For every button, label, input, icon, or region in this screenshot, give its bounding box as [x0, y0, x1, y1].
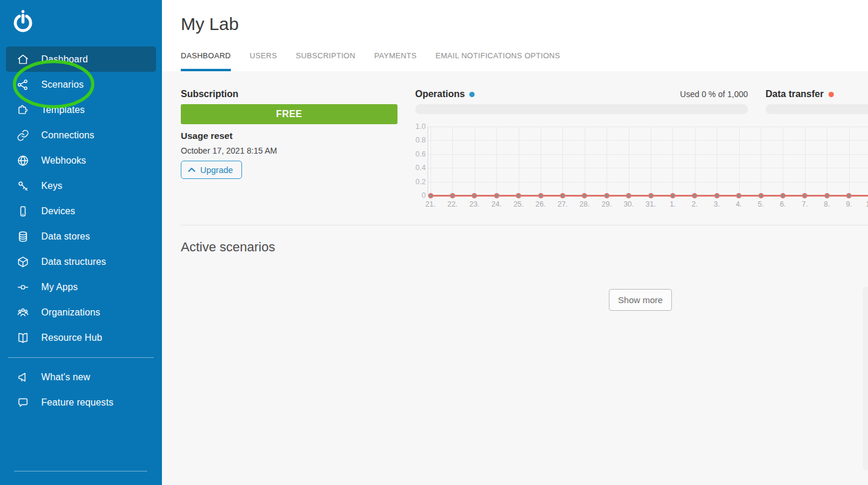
- sidebar-item-data-structures[interactable]: Data structures: [6, 249, 156, 274]
- sidebar-divider: [8, 357, 154, 358]
- chart-x-tick-label: 27.: [552, 200, 572, 208]
- home-icon: [16, 53, 29, 66]
- sidebar-item-scenarios[interactable]: Scenarios: [6, 72, 156, 97]
- page-header: My Lab DASHBOARDUSERSSUBSCRIPTIONPAYMENT…: [162, 0, 868, 71]
- operations-heading: Operations: [415, 89, 465, 99]
- sidebar-item-connections[interactable]: Connections: [6, 122, 156, 148]
- tab-dashboard[interactable]: DASHBOARD: [181, 47, 231, 71]
- sidebar-menu: DashboardScenariosTemplatesConnectionsWe…: [0, 46, 162, 415]
- sidebar-item-label: Connections: [41, 130, 94, 141]
- chart-gridline-v: [541, 127, 541, 195]
- chart-y-tick-label: 1.0: [415, 122, 426, 131]
- upgrade-button[interactable]: Upgrade: [181, 161, 242, 179]
- usage-reset-value: October 17, 2021 8:15 AM: [181, 146, 277, 155]
- scenarios-icon: [16, 78, 29, 91]
- sidebar-item-label: Templates: [41, 105, 85, 115]
- chart-data-point: [824, 193, 830, 198]
- operations-usage-chart: 1.00.80.60.40.2021.22.23.24.25.26.27.28.…: [415, 119, 868, 214]
- chart-x-tick-label: 2.: [685, 200, 705, 208]
- sidebar-item-label: Feature requests: [41, 397, 114, 408]
- chart-gridline-v: [430, 127, 431, 195]
- data-stores-icon: [16, 230, 29, 243]
- sidebar-item-label: Data structures: [41, 257, 106, 267]
- sidebar-item-keys[interactable]: Keys: [6, 173, 156, 198]
- sidebar-item-webhooks[interactable]: Webhooks: [6, 148, 156, 173]
- chart-gridline-v: [585, 127, 585, 195]
- chart-gridline-v: [717, 127, 717, 195]
- chart-data-point: [472, 193, 477, 198]
- sidebar-item-label: My Apps: [41, 282, 78, 293]
- chart-gridline-v: [562, 127, 563, 195]
- chart-x-tick-label: 31.: [641, 200, 661, 208]
- operations-header: Operations Used 0 % of 1,000: [415, 89, 748, 99]
- sidebar-item-label: Devices: [41, 206, 75, 217]
- chart-gridline-v: [739, 127, 740, 195]
- chart-x-tick-label: 8.: [817, 200, 837, 208]
- chart-y-tick-label: 0: [415, 191, 426, 200]
- sidebar: DashboardScenariosTemplatesConnectionsWe…: [0, 0, 162, 485]
- resource-hub-icon: [16, 331, 29, 344]
- chart-gridline-v: [475, 127, 475, 195]
- sidebar-bottom-divider: [14, 471, 147, 471]
- plan-badge: FREE: [181, 104, 397, 124]
- chart-x-tick-label: 28.: [575, 200, 595, 208]
- webhooks-icon: [16, 154, 29, 167]
- chart-data-point: [516, 193, 521, 198]
- chart-y-axis-line: [428, 127, 428, 196]
- chart-gridline-v: [629, 127, 630, 195]
- chart-gridline-v: [695, 127, 695, 195]
- sidebar-item-data-stores[interactable]: Data stores: [6, 224, 156, 249]
- dashboard-content: Subscription FREE Usage reset October 17…: [162, 71, 868, 485]
- data-transfer-header: Data transfer: [766, 89, 834, 99]
- app-window: DashboardScenariosTemplatesConnectionsWe…: [0, 0, 868, 485]
- sidebar-item-templates[interactable]: Templates: [6, 97, 156, 122]
- sidebar-item-dashboard[interactable]: Dashboard: [6, 46, 156, 72]
- operations-progress-bar: [415, 104, 748, 114]
- data-structures-icon: [16, 255, 29, 268]
- sidebar-item-resource-hub[interactable]: Resource Hub: [6, 325, 156, 350]
- tab-payments[interactable]: PAYMENTS: [374, 47, 416, 71]
- operations-used-text: Used 0 % of 1,000: [680, 89, 748, 99]
- chart-x-tick-label: 22.: [442, 200, 462, 208]
- tab-email-notifications-options[interactable]: EMAIL NOTIFICATIONS OPTIONS: [435, 47, 560, 71]
- subscription-heading: Subscription: [181, 89, 238, 99]
- tab-subscription[interactable]: SUBSCRIPTION: [296, 47, 355, 71]
- operations-status-dot-icon: [469, 92, 475, 97]
- show-more-button[interactable]: Show more: [609, 289, 672, 311]
- chart-x-tick-label: 7.: [795, 200, 815, 208]
- sidebar-item-label: Dashboard: [41, 54, 88, 65]
- page-title: My Lab: [181, 14, 238, 34]
- data-transfer-progress-bar: [766, 104, 868, 114]
- chart-data-point: [450, 193, 455, 198]
- chart-y-tick-label: 0.8: [415, 135, 426, 145]
- scrollbar-strip[interactable]: [863, 287, 868, 470]
- sidebar-item-label: Organizations: [41, 307, 100, 318]
- sidebar-item-my-apps[interactable]: My Apps: [6, 274, 156, 300]
- sidebar-item-label: Webhooks: [41, 155, 86, 166]
- chart-gridline-h: [428, 140, 868, 141]
- chart-data-point: [626, 193, 631, 198]
- sidebar-item-feature-requests[interactable]: Feature requests: [6, 390, 156, 415]
- tab-users[interactable]: USERS: [250, 47, 277, 71]
- chart-data-point: [714, 193, 720, 198]
- tab-bar: DASHBOARDUSERSSUBSCRIPTIONPAYMENTSEMAIL …: [181, 47, 560, 71]
- sidebar-item-devices[interactable]: Devices: [6, 198, 156, 224]
- sidebar-item-what-s-new[interactable]: What's new: [6, 364, 156, 390]
- chart-x-tick-label: 5.: [751, 200, 771, 208]
- chart-data-point: [604, 193, 609, 198]
- chart-gridline-v: [827, 127, 827, 195]
- chart-x-tick-label: 10.: [861, 200, 868, 208]
- chart-y-tick-label: 0.6: [415, 150, 426, 159]
- devices-icon: [16, 205, 29, 218]
- chart-gridline-v: [761, 127, 761, 195]
- chart-x-tick-label: 24.: [486, 200, 506, 208]
- sidebar-item-label: Keys: [41, 181, 62, 191]
- my-apps-icon: [16, 281, 29, 294]
- chart-x-tick-label: 30.: [619, 200, 639, 208]
- chart-y-tick-label: 0.2: [415, 177, 426, 187]
- sidebar-item-organizations[interactable]: Organizations: [6, 300, 156, 325]
- chart-data-point: [648, 193, 654, 198]
- chart-x-tick-label: 29.: [597, 200, 617, 208]
- chart-data-point: [692, 193, 697, 198]
- chart-x-tick-label: 6.: [773, 200, 793, 208]
